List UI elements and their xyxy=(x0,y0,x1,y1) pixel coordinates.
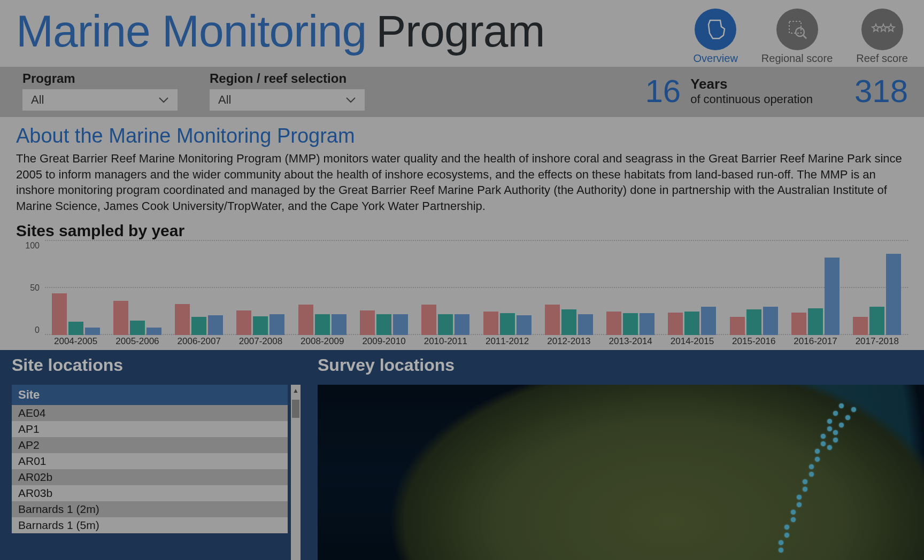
bar[interactable] xyxy=(623,313,638,335)
survey-site-marker[interactable] xyxy=(851,407,856,412)
bar[interactable] xyxy=(360,310,375,335)
survey-site-marker[interactable] xyxy=(839,403,844,408)
bar[interactable] xyxy=(483,312,498,335)
bar[interactable] xyxy=(270,314,284,335)
site-table[interactable]: Site AE04AP1AP2AR01AR02bAR03bBarnards 1 … xyxy=(12,385,288,560)
bar[interactable] xyxy=(730,317,745,335)
survey-site-marker[interactable] xyxy=(833,438,838,442)
bar[interactable] xyxy=(808,308,823,335)
bar[interactable] xyxy=(393,314,408,335)
survey-site-marker[interactable] xyxy=(809,472,814,477)
survey-site-marker[interactable] xyxy=(809,464,814,469)
program-select[interactable]: All xyxy=(22,89,178,111)
survey-site-marker[interactable] xyxy=(821,441,826,446)
bars xyxy=(45,241,908,335)
bar[interactable] xyxy=(68,322,83,335)
bar[interactable] xyxy=(578,314,593,335)
tab-overview[interactable]: Overview xyxy=(694,9,738,65)
x-tick: 2016-2017 xyxy=(784,336,846,348)
site-scrollbar[interactable]: ▲ ▼ xyxy=(291,385,301,560)
bar[interactable] xyxy=(640,313,654,335)
bar[interactable] xyxy=(298,305,313,335)
survey-site-marker[interactable] xyxy=(791,517,796,522)
table-row[interactable]: AE04 xyxy=(12,405,288,421)
tab-regional-score[interactable]: Regional score xyxy=(761,9,833,65)
bar[interactable] xyxy=(701,307,716,335)
table-row[interactable]: AR02b xyxy=(12,469,288,485)
bar[interactable] xyxy=(315,314,330,335)
bar[interactable] xyxy=(455,314,469,335)
region-select[interactable]: All xyxy=(210,89,365,111)
survey-site-marker[interactable] xyxy=(827,419,832,424)
chart-title: Sites sampled by year xyxy=(16,222,908,240)
table-row[interactable]: Barnards 1 (5m) xyxy=(12,517,288,533)
year-group xyxy=(45,241,106,335)
survey-map[interactable] xyxy=(318,385,924,560)
survey-site-marker[interactable] xyxy=(779,548,783,553)
bar[interactable] xyxy=(438,314,453,335)
bar[interactable] xyxy=(85,328,100,335)
table-row[interactable]: AR03b xyxy=(12,485,288,501)
table-row[interactable]: AP1 xyxy=(12,421,288,437)
survey-site-marker[interactable] xyxy=(803,479,807,484)
site-locations-heading: Site locations xyxy=(12,355,301,375)
survey-site-marker[interactable] xyxy=(833,430,838,435)
survey-site-marker[interactable] xyxy=(833,411,838,416)
scroll-thumb[interactable] xyxy=(292,400,299,418)
survey-site-marker[interactable] xyxy=(821,434,826,439)
survey-site-marker[interactable] xyxy=(815,457,820,462)
bar[interactable] xyxy=(113,301,128,335)
bar[interactable] xyxy=(175,304,190,335)
bar[interactable] xyxy=(517,315,532,335)
year-group xyxy=(723,241,784,335)
bar[interactable] xyxy=(421,305,436,335)
table-row[interactable]: AP2 xyxy=(12,437,288,453)
survey-site-marker[interactable] xyxy=(797,502,802,507)
bar[interactable] xyxy=(376,314,391,335)
survey-site-marker[interactable] xyxy=(827,426,832,431)
survey-site-marker[interactable] xyxy=(797,495,802,500)
year-group xyxy=(230,241,291,335)
tab-reef-score[interactable]: Reef score xyxy=(856,9,908,65)
bar[interactable] xyxy=(763,307,778,335)
survey-site-marker[interactable] xyxy=(784,525,789,530)
table-row[interactable]: Barnards 1 (2m) xyxy=(12,501,288,517)
bar[interactable] xyxy=(668,313,683,335)
title-main: Marine Monitoring xyxy=(16,5,366,57)
bar[interactable] xyxy=(561,309,576,335)
svg-line-2 xyxy=(803,35,806,38)
survey-site-marker[interactable] xyxy=(784,533,789,538)
table-row[interactable]: AR01 xyxy=(12,453,288,469)
bar[interactable] xyxy=(746,309,761,335)
survey-site-marker[interactable] xyxy=(827,445,832,450)
bar[interactable] xyxy=(545,305,560,335)
year-group xyxy=(846,241,908,335)
survey-site-marker[interactable] xyxy=(815,449,820,454)
y-tick: 50 xyxy=(30,283,40,293)
bar[interactable] xyxy=(208,315,223,335)
survey-site-marker[interactable] xyxy=(803,487,807,492)
bar[interactable] xyxy=(869,307,884,335)
survey-site-marker[interactable] xyxy=(779,540,783,545)
bar[interactable] xyxy=(236,310,251,335)
scroll-up-icon[interactable]: ▲ xyxy=(291,385,301,396)
bar[interactable] xyxy=(147,328,161,335)
tab-label: Regional score xyxy=(761,52,833,65)
survey-site-marker[interactable] xyxy=(791,510,796,515)
bar[interactable] xyxy=(825,258,840,335)
bar[interactable] xyxy=(191,317,206,335)
bar[interactable] xyxy=(253,316,268,335)
x-tick: 2006-2007 xyxy=(168,336,230,348)
chart-area: 100500 2004-20052005-20062006-20072007-2… xyxy=(16,241,908,348)
bar[interactable] xyxy=(791,313,806,335)
survey-site-marker[interactable] xyxy=(845,415,850,420)
bar[interactable] xyxy=(606,312,621,335)
survey-site-marker[interactable] xyxy=(839,423,844,427)
bar[interactable] xyxy=(130,321,145,335)
bar[interactable] xyxy=(52,293,67,335)
bar[interactable] xyxy=(684,312,699,335)
bar[interactable] xyxy=(500,313,515,335)
bar[interactable] xyxy=(853,317,868,335)
bar[interactable] xyxy=(332,314,346,335)
bar[interactable] xyxy=(886,254,901,335)
